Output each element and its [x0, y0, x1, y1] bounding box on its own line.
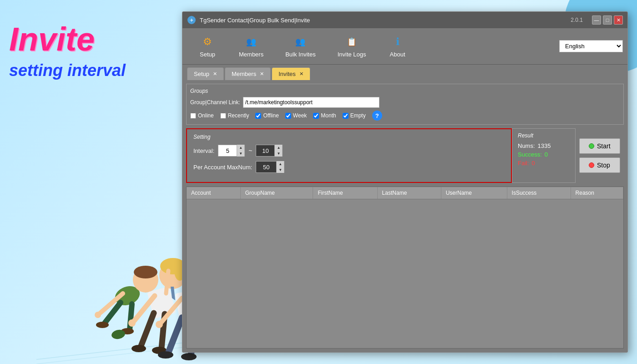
col-username: UserName: [441, 187, 507, 199]
about-icon: ℹ: [390, 35, 405, 49]
checkbox-online-input[interactable]: [190, 113, 196, 119]
col-groupname: GroupName: [240, 187, 313, 199]
checkbox-recently[interactable]: Recently: [220, 112, 249, 119]
col-firstname: FirstName: [313, 187, 377, 199]
toolbar-about-label: About: [390, 51, 405, 58]
svg-point-31: [158, 351, 173, 359]
checkbox-row: Online Recently Offline Week Month: [190, 111, 620, 121]
fail-row: Fail: 0: [518, 160, 570, 167]
fail-value: 0: [532, 160, 535, 167]
tab-invites-close[interactable]: ✕: [299, 71, 303, 77]
toolbar-invite-logs[interactable]: 📋 Invite Logs: [327, 32, 377, 61]
language-select[interactable]: English Chinese Russian Spanish: [559, 40, 623, 52]
nums-row: Nums: 1335: [518, 142, 570, 149]
checkbox-recently-input[interactable]: [220, 113, 226, 119]
tab-setup[interactable]: Setup ✕: [187, 67, 224, 80]
close-button[interactable]: ✕: [614, 15, 623, 25]
toolbar-setup[interactable]: ⚙ Setup: [187, 32, 228, 61]
success-row: Success: 0: [518, 151, 570, 158]
members-icon: 👥: [244, 35, 258, 49]
col-reason: Reason: [571, 187, 623, 199]
interval-min-up[interactable]: ▲: [237, 145, 244, 151]
content-area: Groups Group|Channel Link: Online Recent…: [182, 80, 627, 352]
svg-line-18: [141, 313, 154, 346]
per-account-up[interactable]: ▲: [277, 161, 284, 167]
interval-max-down[interactable]: ▼: [275, 151, 282, 157]
stop-icon: [589, 162, 594, 168]
help-button[interactable]: ?: [372, 111, 382, 121]
fail-label: Fail:: [518, 160, 529, 167]
tab-setup-close[interactable]: ✕: [213, 71, 217, 77]
checkbox-week[interactable]: Week: [285, 112, 307, 119]
minimize-button[interactable]: —: [592, 15, 601, 25]
interval-max-input[interactable]: [256, 145, 274, 156]
toolbar-bulk-invites[interactable]: 👥 Bulk Invites: [274, 32, 326, 61]
tab-bar: Setup ✕ Members ✕ Invites ✕: [182, 65, 627, 80]
checkbox-empty[interactable]: Empty: [343, 112, 366, 119]
groups-label: Groups: [190, 88, 620, 94]
setting-title: Setting: [193, 134, 505, 140]
toolbar-about[interactable]: ℹ About: [377, 32, 418, 61]
stop-button[interactable]: Stop: [579, 157, 620, 173]
svg-text:✈: ✈: [190, 18, 193, 23]
maximize-button[interactable]: □: [603, 15, 612, 25]
success-label: Success:: [518, 151, 542, 158]
interval-label: Interval:: [193, 147, 214, 154]
tab-setup-label: Setup: [194, 71, 209, 77]
data-table: Account GroupName FirstName LastName Use…: [187, 187, 623, 199]
groups-section: Groups Group|Channel Link: Online Recent…: [186, 84, 624, 125]
result-box: Result Nums: 1335 Success: 0 Fail: 0: [512, 128, 576, 183]
nums-value: 1335: [538, 142, 551, 149]
col-lastname: LastName: [377, 187, 441, 199]
left-banner: Invite setting interval: [9, 23, 126, 81]
checkbox-offline-label: Offline: [263, 112, 278, 119]
col-issuccess: IsSuccess: [507, 187, 571, 199]
checkbox-week-label: Week: [293, 112, 307, 119]
group-link-input[interactable]: [243, 97, 379, 108]
tab-members[interactable]: Members ✕: [225, 67, 271, 80]
checkbox-empty-label: Empty: [350, 112, 366, 119]
toolbar-invite-logs-label: Invite Logs: [338, 51, 366, 58]
per-account-down[interactable]: ▼: [277, 167, 284, 173]
interval-row: Interval: ▲ ▼ ~ ▲ ▼: [193, 145, 505, 157]
bulk-invites-icon: 👥: [293, 35, 308, 49]
checkbox-week-input[interactable]: [285, 113, 291, 119]
checkbox-offline[interactable]: Offline: [255, 112, 278, 119]
checkbox-empty-input[interactable]: [343, 113, 349, 119]
toolbar: ⚙ Setup 👥 Members 👥 Bulk Invites 📋 Invit…: [182, 28, 627, 65]
checkbox-month-input[interactable]: [313, 113, 319, 119]
result-title: Result: [518, 132, 570, 139]
checkbox-month-label: Month: [321, 112, 336, 119]
setting-box: Setting Interval: ▲ ▼ ~: [186, 128, 512, 183]
interval-min-down[interactable]: ▼: [237, 151, 244, 157]
tab-invites[interactable]: Invites ✕: [272, 67, 310, 80]
middle-row: Setting Interval: ▲ ▼ ~: [186, 128, 624, 183]
toolbar-members-label: Members: [239, 51, 263, 58]
svg-point-9: [96, 322, 109, 328]
checkbox-online[interactable]: Online: [190, 112, 214, 119]
interval-min-input[interactable]: [218, 145, 237, 156]
group-link-label: Group|Channel Link:: [190, 99, 240, 106]
checkbox-recently-label: Recently: [228, 112, 249, 119]
svg-point-20: [131, 345, 146, 352]
checkbox-offline-input[interactable]: [255, 113, 261, 119]
window-title: TgSender Contact|Group Bulk Send|Invite: [200, 17, 571, 24]
tab-members-label: Members: [232, 71, 256, 77]
per-account-input[interactable]: [256, 162, 276, 172]
checkbox-month[interactable]: Month: [313, 112, 336, 119]
per-account-row: Per Account MaxNum: ▲ ▼: [193, 161, 505, 173]
toolbar-members[interactable]: 👥 Members: [228, 32, 274, 61]
interval-max-spinbox: ▲ ▼: [256, 145, 283, 157]
start-button[interactable]: Start: [579, 138, 620, 154]
interval-max-up[interactable]: ▲: [275, 145, 282, 151]
start-icon: [589, 143, 594, 149]
svg-point-6: [95, 312, 101, 318]
interval-min-arrows: ▲ ▼: [237, 145, 244, 157]
main-window: ✈ TgSender Contact|Group Bulk Send|Invit…: [182, 11, 628, 353]
col-account: Account: [187, 187, 240, 199]
svg-point-27: [156, 321, 163, 328]
tilde-separator: ~: [248, 147, 252, 154]
table-container: Account GroupName FirstName LastName Use…: [186, 187, 624, 349]
tab-members-close[interactable]: ✕: [260, 71, 264, 77]
start-label: Start: [597, 142, 611, 150]
